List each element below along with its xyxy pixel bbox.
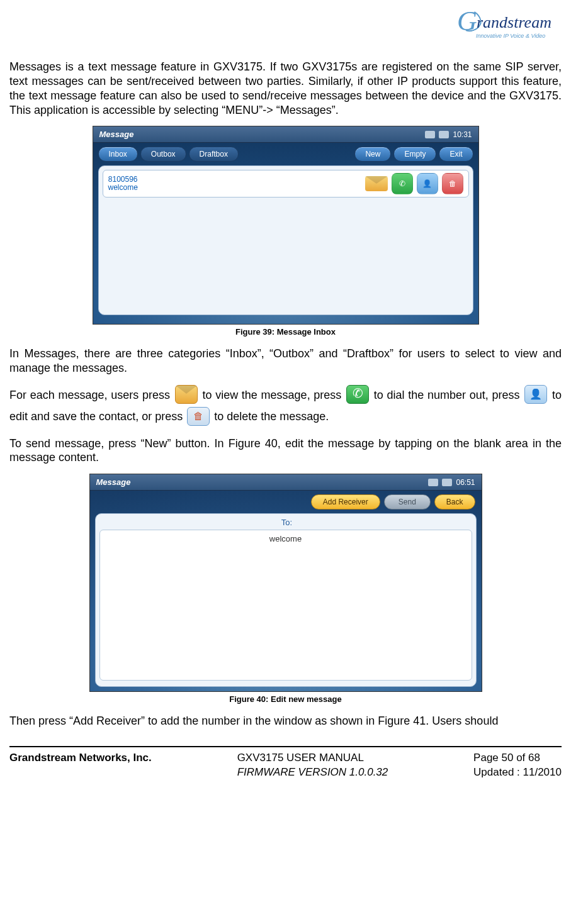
- keyboard-icon: [428, 479, 438, 486]
- add-receiver-button[interactable]: Add Receiver: [311, 494, 380, 509]
- footer-manual: GXV3175 USER MANUAL: [237, 751, 388, 765]
- text-segment: to delete the message.: [214, 410, 329, 423]
- categories-paragraph: In Messages, there are three categories …: [9, 347, 562, 376]
- compose-message-screen: Message 06:51 Add Receiver Send Back To:…: [89, 474, 482, 692]
- compose-panel: To: welcome: [95, 513, 477, 687]
- footer-updated: Updated : 11/2010: [473, 765, 562, 780]
- contact-icon[interactable]: 👤: [417, 173, 438, 194]
- clock-text: 10:31: [453, 130, 472, 139]
- compose-toolbar: Add Receiver Send Back: [90, 491, 482, 513]
- grandstream-logo: G randstream Innovative IP Voice & Video: [461, 8, 562, 42]
- text-segment: to view the message, press: [202, 389, 345, 401]
- row-actions-paragraph: For each message, users press to view th…: [9, 384, 562, 427]
- back-button[interactable]: Back: [434, 494, 475, 509]
- keyboard-icon: [425, 131, 435, 138]
- logo-initial: G: [457, 5, 477, 37]
- to-field-label: To:: [99, 516, 472, 528]
- envelope-icon: [175, 385, 198, 404]
- message-preview: welcome: [108, 184, 138, 192]
- add-receiver-paragraph: Then press “Add Receiver” to add the num…: [9, 714, 562, 728]
- figure-39: Message 10:31 Inbox Outbox Draftbox New …: [9, 126, 562, 325]
- window-title: Message: [99, 130, 134, 139]
- phone-icon: [346, 385, 369, 404]
- phone-icon[interactable]: ✆: [392, 173, 413, 194]
- logo-wordmark: randstream: [477, 13, 551, 32]
- page-footer: Grandstream Networks, Inc. GXV3175 USER …: [9, 751, 562, 780]
- title-bar: Message 06:51: [90, 474, 482, 491]
- footer-firmware: FIRMWARE VERSION 1.0.0.32: [237, 765, 388, 780]
- message-body-input[interactable]: welcome: [99, 530, 472, 681]
- text-segment: to dial the number out, press: [374, 389, 523, 401]
- sound-icon: [442, 479, 452, 486]
- footer-company: Grandstream Networks, Inc.: [9, 751, 152, 765]
- figure-39-caption: Figure 39: Message Inbox: [9, 327, 562, 337]
- tab-draftbox[interactable]: Draftbox: [189, 147, 239, 162]
- trash-icon: [187, 407, 210, 426]
- figure-40-caption: Figure 40: Edit new message: [9, 694, 562, 704]
- send-instruction-paragraph: To send message, press “New” button. In …: [9, 437, 562, 465]
- message-list-panel: 8100596 welcome ✆ 👤 🗑: [98, 165, 473, 315]
- empty-button[interactable]: Empty: [393, 147, 436, 162]
- message-inbox-screen: Message 10:31 Inbox Outbox Draftbox New …: [93, 126, 479, 325]
- tab-inbox[interactable]: Inbox: [98, 147, 138, 162]
- header: G randstream Innovative IP Voice & Video: [9, 8, 562, 42]
- text-segment: For each message, users press: [9, 389, 174, 401]
- footer-page: Page 50 of 68: [473, 751, 562, 765]
- contact-icon: [524, 385, 547, 404]
- title-bar: Message 10:31: [93, 126, 478, 143]
- window-title: Message: [96, 477, 131, 487]
- logo-tagline: Innovative IP Voice & Video: [476, 33, 545, 39]
- tab-outbox[interactable]: Outbox: [140, 147, 186, 162]
- send-button[interactable]: Send: [384, 494, 431, 509]
- sound-icon: [439, 131, 449, 138]
- intro-paragraph: Messages is a text message feature in GX…: [9, 60, 562, 117]
- trash-icon[interactable]: 🗑: [442, 173, 463, 194]
- message-row[interactable]: 8100596 welcome ✆ 👤 🗑: [103, 170, 469, 198]
- figure-40: Message 06:51 Add Receiver Send Back To:…: [9, 474, 562, 692]
- envelope-icon[interactable]: [365, 176, 388, 191]
- new-button[interactable]: New: [354, 147, 391, 162]
- footer-divider: [9, 746, 562, 747]
- message-toolbar: Inbox Outbox Draftbox New Empty Exit: [93, 143, 478, 165]
- clock-text: 06:51: [456, 478, 475, 487]
- exit-button[interactable]: Exit: [439, 147, 473, 162]
